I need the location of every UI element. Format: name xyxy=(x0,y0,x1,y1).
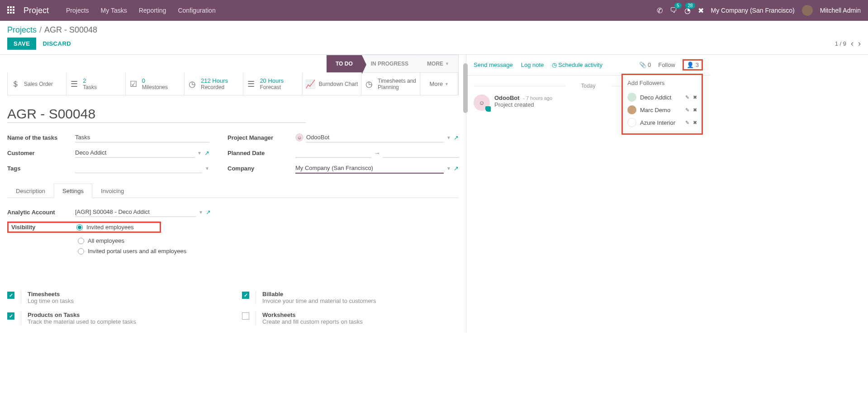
stat-more[interactable]: More ▼ xyxy=(420,73,458,95)
edit-icon[interactable]: ✎ xyxy=(685,94,689,100)
discard-button[interactable]: DISCARD xyxy=(36,38,77,50)
visibility-portal-users[interactable]: Invited portal users and all employees xyxy=(78,248,459,255)
status-todo[interactable]: TO DO xyxy=(327,55,362,73)
follower-row: Azure Interior ✎✖ xyxy=(627,116,697,129)
close-tray-icon[interactable]: ✖ xyxy=(698,6,704,15)
stat-sales-order[interactable]: ＄ Sales Order xyxy=(8,73,66,95)
followers-count-button[interactable]: 👤3 xyxy=(683,59,703,71)
worksheets-checkbox[interactable] xyxy=(242,312,249,320)
pager-next-icon[interactable]: › xyxy=(858,39,861,48)
clock-small-icon: ◷ xyxy=(552,61,557,68)
scrollbar[interactable] xyxy=(463,63,468,113)
follow-button[interactable]: Follow xyxy=(658,61,675,68)
feature-billable: Billable Invoice your time and material … xyxy=(242,291,459,304)
tab-invoicing[interactable]: Invoicing xyxy=(92,184,133,198)
chatter-panel: Send message Log note ◷Schedule activity… xyxy=(466,55,710,332)
stat-recorded[interactable]: ◷ 212 HoursRecorded xyxy=(185,73,243,95)
name-of-tasks-label: Name of the tasks xyxy=(7,134,75,141)
save-button[interactable]: SAVE xyxy=(7,38,36,50)
breadcrumb-root[interactable]: Projects xyxy=(7,25,37,35)
user-avatar[interactable] xyxy=(802,5,813,16)
apps-icon[interactable] xyxy=(7,6,15,14)
stat-buttons-row: ＄ Sales Order ☰ 2Tasks ☑ 0Milestones ◷ 2… xyxy=(7,73,459,95)
pager-prev-icon[interactable]: ‹ xyxy=(851,39,854,48)
chevron-down-icon[interactable]: ▼ xyxy=(205,166,209,171)
radio-icon xyxy=(78,238,84,244)
follower-row: Deco Addict ✎✖ xyxy=(627,91,697,104)
top-navbar: Project Projects My Tasks Reporting Conf… xyxy=(0,0,868,21)
planned-date-label: Planned Date xyxy=(228,150,295,156)
tags-input[interactable] xyxy=(75,163,202,173)
status-more[interactable]: MORE ▼ xyxy=(417,55,459,73)
company-input[interactable] xyxy=(295,163,444,174)
chevron-down-icon[interactable]: ▼ xyxy=(446,166,451,171)
project-name-input[interactable] xyxy=(7,105,306,123)
remove-icon[interactable]: ✖ xyxy=(693,94,697,100)
add-followers-title[interactable]: Add Followers xyxy=(627,80,697,86)
chevron-down-icon[interactable]: ▼ xyxy=(197,151,202,156)
feature-products-on-tasks: Products on Tasks Track the material use… xyxy=(7,311,224,325)
send-message-button[interactable]: Send message xyxy=(474,61,513,68)
tab-description[interactable]: Description xyxy=(7,184,54,198)
message-body: Project created xyxy=(494,101,552,108)
analytic-account-input[interactable] xyxy=(75,207,196,217)
tags-label: Tags xyxy=(7,165,75,172)
schedule-activity-button[interactable]: ◷Schedule activity xyxy=(552,61,602,68)
stat-milestones[interactable]: ☑ 0Milestones xyxy=(126,73,185,95)
nav-projects[interactable]: Projects xyxy=(66,7,89,14)
project-manager-label: Project Manager xyxy=(228,134,295,141)
name-of-tasks-input[interactable] xyxy=(75,132,209,142)
log-note-button[interactable]: Log note xyxy=(521,61,544,68)
forecast-icon: ☰ xyxy=(246,79,256,89)
external-link-icon[interactable]: ↗ xyxy=(454,165,459,172)
feature-worksheets: Worksheets Create and fill custom report… xyxy=(242,311,459,325)
planned-date-end[interactable] xyxy=(383,148,459,158)
edit-icon[interactable]: ✎ xyxy=(685,107,689,113)
planned-date-start[interactable] xyxy=(295,148,371,158)
person-icon: 👤 xyxy=(687,61,694,68)
company-label: Company xyxy=(228,165,295,172)
follower-avatar-icon xyxy=(627,93,636,102)
external-link-icon[interactable]: ↗ xyxy=(204,150,209,156)
attachments-count[interactable]: 📎0 xyxy=(639,61,651,68)
status-in-progress[interactable]: IN PROGRESS xyxy=(362,55,417,73)
project-manager-input[interactable] xyxy=(306,132,444,142)
stat-burndown[interactable]: 📈 Burndown Chart xyxy=(303,73,361,95)
visibility-invited-employees[interactable]: Invited employees xyxy=(76,224,134,231)
clock-stat-icon: ◷ xyxy=(187,79,197,89)
timesheets-checkbox[interactable] xyxy=(7,292,14,299)
chat-badge: 5 xyxy=(674,3,682,9)
remove-icon[interactable]: ✖ xyxy=(693,107,697,113)
stat-timesheets-planning[interactable]: ◷ Timesheets and Planning xyxy=(361,73,420,95)
nav-configuration[interactable]: Configuration xyxy=(178,7,215,14)
followers-popover: Add Followers Deco Addict ✎✖ Marc Demo ✎… xyxy=(621,74,703,135)
phone-icon[interactable]: ✆ xyxy=(657,6,663,15)
milestones-icon: ☑ xyxy=(128,79,138,89)
visibility-all-employees[interactable]: All employees xyxy=(78,237,459,244)
feature-timesheets: Timesheets Log time on tasks xyxy=(7,291,224,304)
clock-icon[interactable]: ◔28 xyxy=(684,6,691,15)
chevron-down-icon[interactable]: ▼ xyxy=(446,135,451,140)
message-author: OdooBot xyxy=(494,94,520,101)
chevron-down-icon[interactable]: ▼ xyxy=(199,210,203,215)
arrow-right-icon: → xyxy=(374,150,380,156)
company-selector[interactable]: My Company (San Francisco) xyxy=(711,7,795,14)
planning-icon: ◷ xyxy=(364,79,374,89)
edit-icon[interactable]: ✎ xyxy=(685,120,689,126)
radio-icon xyxy=(76,224,83,231)
nav-reporting[interactable]: Reporting xyxy=(139,7,166,14)
remove-icon[interactable]: ✖ xyxy=(693,120,697,126)
products-checkbox[interactable] xyxy=(7,312,14,320)
stat-forecast[interactable]: ☰ 20 HoursForecast xyxy=(243,73,302,95)
nav-my-tasks[interactable]: My Tasks xyxy=(101,7,127,14)
billable-checkbox[interactable] xyxy=(242,292,249,299)
external-link-icon[interactable]: ↗ xyxy=(206,209,211,216)
customer-input[interactable] xyxy=(75,148,194,158)
user-menu[interactable]: Mitchell Admin xyxy=(820,7,861,14)
clock-badge: 28 xyxy=(685,3,695,9)
tab-settings[interactable]: Settings xyxy=(54,184,92,198)
manager-avatar-icon: ☺ xyxy=(295,133,304,142)
external-link-icon[interactable]: ↗ xyxy=(454,134,459,141)
chat-icon[interactable]: 🗨5 xyxy=(670,6,677,14)
stat-tasks[interactable]: ☰ 2Tasks xyxy=(66,73,125,95)
